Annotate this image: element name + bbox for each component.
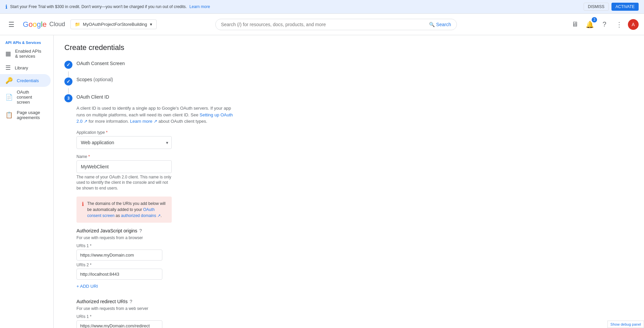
page-title: Create credentials [64,43,633,52]
authorized-js-origins-section: Authorized JavaScript origins ? For use … [76,228,633,291]
authorized-redirect-title: Authorized redirect URIs ? [76,299,633,304]
name-field-container: Name * The name of your OAuth 2.0 client… [76,154,172,191]
js-uri2-row [76,269,162,280]
redirect-uri1-container: URIs 1 * [76,314,633,328]
api-icon: API [5,41,11,45]
more-options-button[interactable]: ⋮ [613,18,625,31]
application-type-select[interactable]: Web application Desktop app Android iOS [76,136,172,149]
step-oauth-client: 3 OAuth Client ID [64,94,633,102]
client-id-description: A client ID is used to identify a single… [76,105,237,125]
authorized-domains-link[interactable]: authorized domains ↗ [121,213,161,218]
checkmark-icon: ✓ [66,62,70,67]
top-banner: ℹ Start your Free Trial with $300 in cre… [0,0,644,14]
google-cloud-logo: Google Cloud [23,20,65,29]
search-label: Search [436,22,451,27]
sidebar-item-oauth-consent[interactable]: 📄 OAuth consent screen [0,87,51,107]
info-icon: ℹ [5,4,7,10]
app-type-label-text: Application type [76,130,105,135]
sidebar-item-page-usage-label: Page usage agreements [17,110,45,120]
step3-label: OAuth Client ID [76,94,109,100]
name-required-star: * [88,154,90,159]
notifications-button[interactable]: 🔔 3 [584,18,596,31]
add-js-uri-button[interactable]: + ADD URI [76,282,98,291]
warning-icon: ℹ [82,201,84,207]
cloud-label: Cloud [49,21,65,28]
sidebar-item-credentials-label: Credentials [17,78,39,83]
banner-actions: DISMISS ACTIVATE [584,3,639,11]
authorized-js-title: Authorized JavaScript origins ? [76,228,633,233]
sidebar-item-enabled-apis-label: Enabled APIs & services [15,49,45,59]
page-usage-icon: 📋 [5,111,13,119]
credentials-icon: 🔑 [5,77,13,84]
redirect-uri1-input[interactable] [76,320,162,328]
redirect-uri1-label: URIs 1 * [76,314,633,319]
library-icon: ☰ [5,64,11,71]
avatar[interactable]: A [628,19,639,30]
step2-indicator: ✓ [64,77,72,86]
folder-icon: 📁 [75,22,80,27]
display-icon-button[interactable]: 🖥 [569,18,581,31]
debug-panel-toggle[interactable]: Show debug panel [607,321,644,328]
redirect-uri1-row [76,320,162,328]
dismiss-button[interactable]: DISMISS [584,3,609,11]
authorized-redirect-description: For use with requests from a web server [76,306,633,311]
js-uri2-input[interactable] [76,269,162,280]
activate-button[interactable]: ACTIVATE [611,3,639,11]
authorized-js-description: For use with requests from a browser [76,235,633,240]
js-uri2-container: URIs 2 * [76,263,633,280]
sidebar-item-enabled-apis[interactable]: ▦ Enabled APIs & services [0,46,51,61]
banner-learn-more-link[interactable]: Learn more [190,4,210,9]
js-uri1-input[interactable] [76,250,162,261]
logo-text: Google [23,20,47,29]
js-uri2-label: URIs 2 * [76,263,633,267]
sidebar-item-credentials[interactable]: 🔑 Credentials [0,74,51,87]
name-field-label: Name * [76,154,172,159]
search-input[interactable] [221,22,427,27]
step2-optional: (optional) [94,77,113,82]
main-content: Create credentials ✓ OAuth Consent Scree… [54,35,644,328]
step1-label: OAuth Consent Screen [76,60,125,66]
help-button[interactable]: ? [598,18,610,31]
required-star: * [106,130,108,135]
application-type-field: Application type * Web application Deskt… [76,130,172,149]
search-bar: 🔍 Search [215,19,457,30]
step-scopes: ✓ Scopes (optional) [64,77,633,86]
redirect-help-icon[interactable]: ? [130,299,132,304]
step2-label: Scopes [76,76,94,82]
js-help-icon[interactable]: ? [139,228,142,233]
step-connector-2 [68,88,69,94]
step1-indicator: ✓ [64,61,72,69]
js-uri1-label: URIs 1 * [76,243,633,248]
form-section: A client ID is used to identify a single… [76,105,633,328]
step3-indicator: 3 [64,94,72,102]
hamburger-menu-button[interactable]: ☰ [5,18,17,31]
name-input[interactable] [76,160,172,173]
info-box: ℹ The domains of the URIs you add below … [76,197,172,223]
js-uri1-container: URIs 1 * [76,243,633,261]
name-label-text: Name [76,154,87,159]
application-type-select-wrapper: Web application Desktop app Android iOS … [76,136,172,149]
header-right: 🖥 🔔 3 ? ⋮ A [569,18,639,31]
project-name: MyOAuthProjectForStoreBuilding [83,22,147,27]
services-label: APIs & Services [13,41,41,45]
step3-number: 3 [67,96,70,101]
name-field-hint: The name of your OAuth 2.0 client. This … [76,174,172,191]
sidebar-item-library-label: Library [15,65,28,70]
sidebar-item-oauth-consent-label: OAuth consent screen [17,90,45,105]
step-oauth-consent: ✓ OAuth Consent Screen [64,60,633,69]
info-box-content: The domains of the URIs you add below wi… [87,201,166,219]
search-button[interactable]: 🔍 Search [429,22,451,27]
header: ☰ Google Cloud 📁 MyOAuthProjectForStoreB… [0,14,644,35]
application-type-label: Application type * [76,130,172,135]
enabled-apis-icon: ▦ [5,50,11,57]
sidebar-item-library[interactable]: ☰ Library [0,61,51,74]
banner-text: Start your Free Trial with $300 in credi… [10,4,187,9]
chevron-down-icon: ▾ [150,22,152,27]
js-uri1-row [76,250,162,261]
step-connector-1 [68,71,69,77]
layout: API APIs & Services ▦ Enabled APIs & ser… [0,35,644,328]
learn-more-link[interactable]: Learn more ↗ [130,119,157,124]
sidebar-item-page-usage[interactable]: 📋 Page usage agreements [0,107,51,123]
oauth-consent-icon: 📄 [5,94,13,101]
project-selector[interactable]: 📁 MyOAuthProjectForStoreBuilding ▾ [70,19,156,29]
